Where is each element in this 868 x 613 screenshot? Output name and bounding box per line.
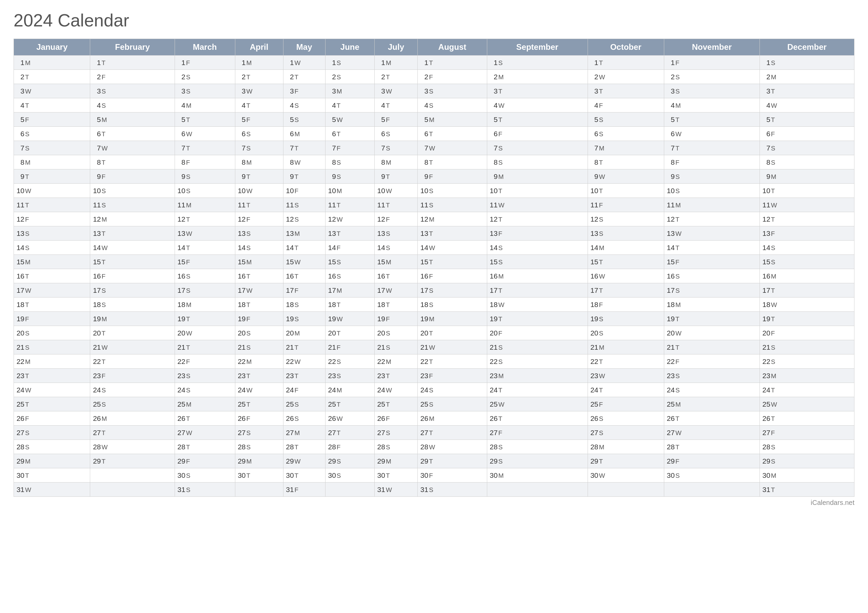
- list-item: 12F: [235, 212, 283, 226]
- table-row: 3W3S3S3W3F3M3W3S3T3T3S3T: [14, 84, 854, 98]
- list-item: 21F: [325, 340, 374, 354]
- list-item: 22F: [175, 354, 235, 369]
- list-item: 16T: [235, 269, 283, 283]
- list-item: 15T: [587, 255, 664, 269]
- list-item: 11M: [664, 198, 760, 212]
- list-item: 5S: [587, 113, 664, 127]
- list-item: 25T: [235, 397, 283, 412]
- list-item: 16S: [664, 269, 760, 283]
- list-item: 26F: [235, 412, 283, 426]
- list-item: 21T: [283, 340, 325, 354]
- list-item: 12F: [374, 212, 417, 226]
- table-row: 19F19M19T19F19S19W19F19M19T19S19T19T: [14, 312, 854, 326]
- list-item: 5W: [325, 113, 374, 127]
- list-item: 19T: [664, 312, 760, 326]
- list-item: 6T: [90, 127, 175, 141]
- list-item: 6W: [175, 127, 235, 141]
- list-item: 8M: [14, 155, 90, 169]
- list-item: 15M: [235, 255, 283, 269]
- list-item: 24W: [14, 383, 90, 397]
- list-item: 25S: [90, 397, 175, 412]
- list-item: 24W: [235, 383, 283, 397]
- list-item: 19T: [175, 312, 235, 326]
- month-header-august: August: [418, 39, 487, 56]
- month-header-september: September: [487, 39, 587, 56]
- list-item: 20S: [235, 326, 283, 340]
- list-item: 12W: [325, 212, 374, 226]
- list-item: 4T: [374, 98, 417, 113]
- list-item: 22S: [487, 354, 587, 369]
- list-item: 22M: [235, 354, 283, 369]
- list-item: 15S: [487, 255, 587, 269]
- list-item: 3S: [90, 84, 175, 98]
- list-item: 29S: [325, 454, 374, 468]
- list-item: 18M: [175, 297, 235, 312]
- list-item: 10F: [283, 184, 325, 198]
- list-item: 6S: [14, 127, 90, 141]
- list-item: 20S: [374, 326, 417, 340]
- list-item: 18T: [14, 297, 90, 312]
- list-item: 20W: [664, 326, 760, 340]
- list-item: 4T: [325, 98, 374, 113]
- list-item: 1W: [283, 56, 325, 70]
- list-item: 8F: [175, 155, 235, 169]
- list-item: 14T: [283, 241, 325, 255]
- list-item: 28F: [325, 440, 374, 454]
- list-item: 8F: [664, 155, 760, 169]
- list-item: 19F: [14, 312, 90, 326]
- list-item: 14T: [175, 241, 235, 255]
- list-item: 21T: [175, 340, 235, 354]
- list-item: 8W: [283, 155, 325, 169]
- list-item: 22M: [374, 354, 417, 369]
- table-row: 15M15T15F15M15W15S15M15T15S15T15F15S: [14, 255, 854, 269]
- list-item: 5T: [760, 113, 854, 127]
- list-item: 21T: [664, 340, 760, 354]
- list-item: 15F: [664, 255, 760, 269]
- table-row: 2T2F2S2T2T2S2T2F2M2W2S2M: [14, 70, 854, 84]
- list-item: 30S: [664, 468, 760, 483]
- list-item: 17S: [418, 283, 487, 297]
- list-item: 18F: [587, 297, 664, 312]
- month-header-january: January: [14, 39, 90, 56]
- list-item: 21S: [760, 340, 854, 354]
- list-item: 2T: [374, 70, 417, 84]
- list-item: 24F: [283, 383, 325, 397]
- list-item: 28W: [418, 440, 487, 454]
- list-item: 27F: [487, 426, 587, 440]
- list-item: 7W: [418, 141, 487, 155]
- list-item: 4T: [235, 98, 283, 113]
- list-item: 4F: [587, 98, 664, 113]
- list-item: 19S: [587, 312, 664, 326]
- list-item: 5F: [235, 113, 283, 127]
- list-item: 8M: [374, 155, 417, 169]
- list-item: 16T: [14, 269, 90, 283]
- list-item: 27W: [664, 426, 760, 440]
- list-item: 14F: [325, 241, 374, 255]
- list-item: 23M: [760, 369, 854, 383]
- list-item: 11T: [325, 198, 374, 212]
- list-item: 20F: [487, 326, 587, 340]
- list-item: 28T: [175, 440, 235, 454]
- list-item: 11T: [235, 198, 283, 212]
- list-item: 18S: [283, 297, 325, 312]
- list-item: 9T: [374, 169, 417, 184]
- list-item: 8T: [587, 155, 664, 169]
- list-item: 24T: [487, 383, 587, 397]
- list-item: 8M: [235, 155, 283, 169]
- month-header-february: February: [90, 39, 175, 56]
- list-item: 4S: [283, 98, 325, 113]
- list-item: 15M: [374, 255, 417, 269]
- list-item: 23T: [374, 369, 417, 383]
- list-item: 21M: [587, 340, 664, 354]
- list-item: 1M: [235, 56, 283, 70]
- list-item: 4S: [90, 98, 175, 113]
- list-item: 19M: [90, 312, 175, 326]
- list-item: 23W: [587, 369, 664, 383]
- table-row: 4T4S4M4T4S4T4T4S4W4F4M4W: [14, 98, 854, 113]
- table-row: 30T30S30T30T30S30T30F30M30W30S30M: [14, 468, 854, 483]
- list-item: 3T: [587, 84, 664, 98]
- list-item: 18T: [374, 297, 417, 312]
- list-item: 14S: [374, 241, 417, 255]
- list-item: 2T: [14, 70, 90, 84]
- table-row: 29M29T29F29M29W29S29M29T29S29T29F29S: [14, 454, 854, 468]
